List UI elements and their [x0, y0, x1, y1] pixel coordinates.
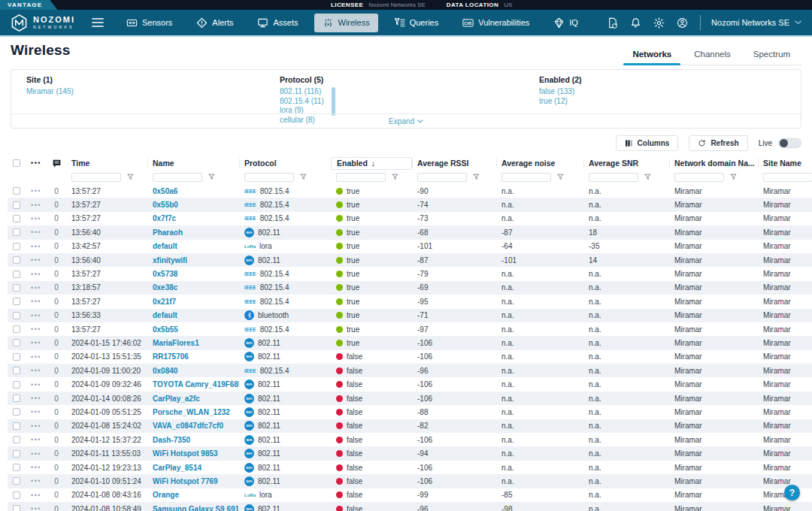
row-checkbox[interactable]: [13, 243, 20, 250]
column-header-name[interactable]: Name: [147, 156, 239, 170]
network-name-link[interactable]: 0x5b55: [147, 325, 239, 334]
filter-input-enabled[interactable]: [336, 173, 386, 182]
tab-networks[interactable]: Networks: [621, 45, 683, 65]
row-actions-menu[interactable]: •••: [26, 325, 47, 333]
row-actions-menu[interactable]: •••: [26, 312, 47, 319]
funnel-icon[interactable]: [557, 174, 564, 180]
row-actions-menu[interactable]: •••: [26, 243, 47, 250]
account-circle-icon[interactable]: [677, 17, 688, 29]
row-actions-menu[interactable]: •••: [26, 464, 47, 471]
column-header-domain[interactable]: Network domain Na...: [669, 156, 758, 170]
row-checkbox[interactable]: [13, 353, 20, 361]
network-name-link[interactable]: WiFi Hotspot 7769: [147, 477, 239, 485]
nozomi-logo[interactable]: NOZOMI NETWORKS: [11, 14, 75, 32]
row-actions-menu[interactable]: •••: [26, 450, 47, 458]
funnel-icon[interactable]: [730, 174, 737, 180]
reports-icon[interactable]: [607, 17, 618, 29]
nav-item-queries[interactable]: Queries: [386, 14, 447, 32]
network-name-link[interactable]: MariaFlores1: [147, 339, 239, 347]
network-name-link[interactable]: 0x0840: [147, 367, 239, 375]
row-checkbox[interactable]: [13, 436, 20, 443]
bulk-actions-menu[interactable]: •••: [26, 159, 47, 167]
network-name-link[interactable]: RR175706: [147, 352, 239, 361]
row-checkbox[interactable]: [13, 505, 20, 511]
row-checkbox[interactable]: [13, 271, 20, 278]
filter-input-name[interactable]: [153, 173, 202, 182]
column-header-snr[interactable]: Average SNR: [583, 156, 669, 170]
network-name-link[interactable]: 0x5738: [147, 270, 239, 278]
expand-filters-link[interactable]: Expand: [389, 117, 423, 125]
network-name-link[interactable]: Dash-7350: [147, 436, 239, 444]
row-actions-menu[interactable]: •••: [26, 491, 47, 499]
row-checkbox[interactable]: [13, 367, 20, 374]
row-checkbox[interactable]: [13, 450, 20, 458]
network-name-link[interactable]: CarPlay_8514: [147, 464, 239, 472]
filter-input-noise[interactable]: [501, 173, 551, 182]
network-name-link[interactable]: 0x21f7: [147, 298, 239, 306]
network-name-link[interactable]: Pharaoh: [147, 228, 239, 237]
filter-value-link[interactable]: 802.15.4 (11): [280, 97, 329, 107]
nav-item-sensors[interactable]: Sensors: [118, 14, 180, 32]
row-checkbox[interactable]: [13, 408, 20, 416]
columns-button[interactable]: Columns: [616, 135, 679, 151]
network-name-link[interactable]: TOYOTA Camry_419F685: [147, 380, 239, 389]
live-toggle[interactable]: [778, 138, 801, 148]
organization-switcher[interactable]: Nozomi Networks SE: [700, 15, 801, 30]
row-actions-menu[interactable]: •••: [26, 298, 47, 305]
column-header-rssi[interactable]: Average RSSI: [412, 156, 496, 170]
filter-input-time[interactable]: [71, 173, 121, 182]
row-checkbox[interactable]: [13, 228, 20, 236]
select-all-checkbox[interactable]: [13, 159, 20, 167]
row-actions-menu[interactable]: •••: [26, 339, 47, 346]
nav-item-vulnerabilities[interactable]: CVEVulnerabilities: [454, 14, 538, 32]
network-name-link[interactable]: default: [147, 242, 239, 250]
filter-input-protocol[interactable]: [244, 173, 294, 182]
notifications-bell-icon[interactable]: [630, 17, 641, 29]
refresh-button[interactable]: Refresh: [689, 135, 747, 151]
row-actions-menu[interactable]: •••: [26, 271, 47, 278]
tab-spectrum[interactable]: Spectrum: [742, 45, 801, 65]
filter-value-link[interactable]: true (12): [539, 97, 582, 107]
row-checkbox[interactable]: [13, 422, 20, 430]
funnel-icon[interactable]: [300, 174, 307, 180]
network-name-link[interactable]: xfinitywifi: [147, 256, 239, 265]
row-actions-menu[interactable]: •••: [26, 228, 47, 236]
row-checkbox[interactable]: [13, 298, 20, 305]
network-name-link[interactable]: 0xe38c: [147, 283, 239, 292]
row-actions-menu[interactable]: •••: [26, 395, 47, 402]
nav-item-iq[interactable]: IQ: [545, 14, 586, 32]
row-checkbox[interactable]: [13, 395, 20, 402]
row-actions-menu[interactable]: •••: [26, 187, 47, 195]
filter-input-domain[interactable]: [674, 173, 724, 182]
funnel-icon[interactable]: [127, 174, 134, 180]
row-checkbox[interactable]: [13, 381, 20, 389]
column-header-noise[interactable]: Average noise: [496, 156, 583, 170]
filter-input-rssi[interactable]: [417, 173, 467, 182]
row-actions-menu[interactable]: •••: [26, 284, 47, 292]
network-name-link[interactable]: WiFi Hotspot 9853: [147, 449, 239, 458]
nav-item-wireless[interactable]: Wireless: [314, 14, 378, 32]
network-name-link[interactable]: 0x55b0: [147, 201, 239, 209]
filter-value-link[interactable]: 802.11 (116): [280, 87, 329, 97]
row-actions-menu[interactable]: •••: [26, 477, 47, 485]
funnel-icon[interactable]: [473, 174, 480, 180]
row-actions-menu[interactable]: •••: [26, 256, 47, 264]
row-actions-menu[interactable]: •••: [26, 215, 47, 222]
network-name-link[interactable]: default: [147, 311, 239, 319]
row-checkbox[interactable]: [13, 256, 20, 264]
row-checkbox[interactable]: [13, 339, 20, 346]
row-actions-menu[interactable]: •••: [26, 201, 47, 209]
network-name-link[interactable]: VAVA_c0847dfc7cf0: [147, 422, 239, 430]
row-checkbox[interactable]: [13, 187, 20, 195]
tab-channels[interactable]: Channels: [683, 45, 742, 65]
row-actions-menu[interactable]: •••: [26, 436, 47, 443]
row-checkbox[interactable]: [13, 201, 20, 209]
comment-icon[interactable]: [47, 159, 66, 168]
row-actions-menu[interactable]: •••: [26, 505, 47, 511]
filter-value-link[interactable]: Miramar (145): [26, 87, 74, 97]
column-header-enabled[interactable]: Enabled↓: [331, 157, 412, 170]
network-name-link[interactable]: 0x7f7c: [147, 214, 239, 222]
funnel-icon[interactable]: [208, 174, 215, 180]
network-name-link[interactable]: Porsche_WLAN_1232: [147, 408, 239, 416]
funnel-icon[interactable]: [644, 174, 651, 180]
